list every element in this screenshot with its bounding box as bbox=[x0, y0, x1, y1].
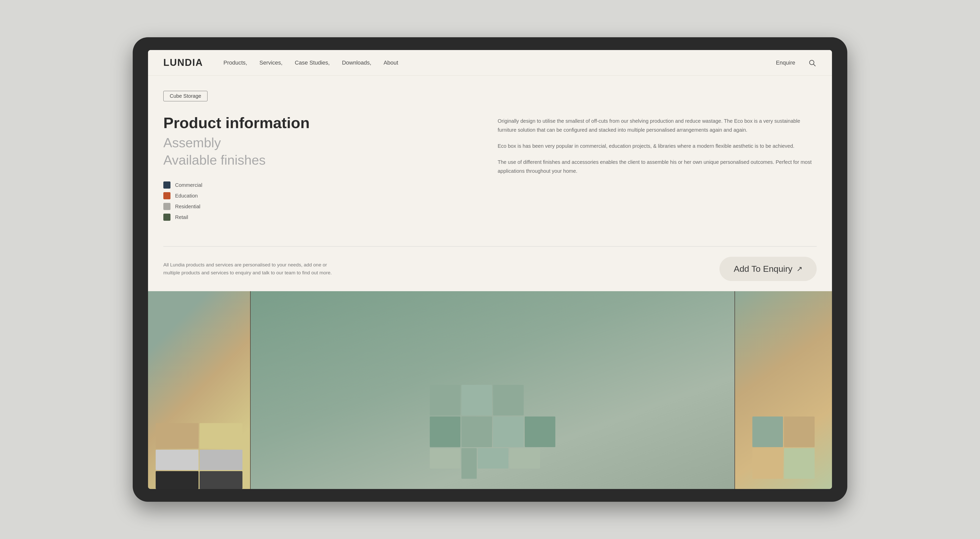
nav-link-about[interactable]: About bbox=[383, 59, 398, 66]
product-section: Cube Storage Product information Assembl… bbox=[148, 76, 832, 246]
p2-row-top bbox=[430, 385, 555, 415]
subtitle-finishes: Available finishes bbox=[163, 152, 482, 169]
navbar: LUNDIA Products, Services, Case Studies,… bbox=[148, 50, 832, 76]
nav-link-services[interactable]: Services, bbox=[259, 59, 282, 66]
product-tags: Commercial Education Residential bbox=[163, 181, 482, 221]
p2-cube-6 bbox=[493, 417, 524, 447]
product-title: Product information bbox=[163, 114, 482, 132]
arrow-icon: ↗ bbox=[797, 265, 802, 273]
product-right: Originally design to utilise the smalles… bbox=[498, 114, 817, 221]
tag-swatch-residential bbox=[163, 203, 170, 210]
product-desc-2: Eco box is has been very popular in comm… bbox=[498, 142, 817, 151]
shelf-row-3 bbox=[156, 471, 242, 489]
shelf-panel-1 bbox=[156, 331, 242, 489]
nav-links: Products, Services, Case Studies, Downlo… bbox=[224, 59, 776, 66]
monitor-wrapper: LUNDIA Products, Services, Case Studies,… bbox=[120, 27, 860, 512]
cube-3 bbox=[156, 450, 199, 470]
bottom-bar: All Lundia products and services are per… bbox=[148, 246, 832, 291]
p2-cube-1 bbox=[430, 385, 460, 415]
p2-cube-4 bbox=[430, 417, 460, 447]
p3-cube-1 bbox=[752, 417, 783, 447]
p2-cube-5 bbox=[461, 417, 492, 447]
tag-label-residential: Residential bbox=[175, 204, 200, 210]
p2-cube-small-1 bbox=[430, 448, 460, 469]
svg-line-1 bbox=[814, 64, 815, 66]
navbar-right: Enquire bbox=[776, 58, 817, 67]
bottom-bar-description: All Lundia products and services are per… bbox=[163, 261, 342, 277]
tag-label-retail: Retail bbox=[175, 215, 188, 220]
image-panel-1 bbox=[148, 291, 250, 489]
shelf-row-2 bbox=[156, 450, 242, 470]
shelf-panel-2 bbox=[430, 385, 555, 479]
screen: LUNDIA Products, Services, Case Studies,… bbox=[148, 50, 832, 489]
breadcrumb-tag[interactable]: Cube Storage bbox=[163, 91, 207, 101]
image-panel-3 bbox=[735, 291, 832, 489]
monitor-bezel: LUNDIA Products, Services, Case Studies,… bbox=[133, 37, 847, 502]
tag-swatch-commercial bbox=[163, 181, 170, 189]
tag-commercial: Commercial bbox=[163, 181, 482, 189]
p2-cube-small-2 bbox=[461, 448, 477, 479]
tag-swatch-retail bbox=[163, 214, 170, 221]
nav-link-case-studies[interactable]: Case Studies, bbox=[295, 59, 330, 66]
p3-cube-4 bbox=[784, 448, 815, 479]
product-desc-1: Originally design to utilise the smalles… bbox=[498, 117, 817, 135]
p2-cube-2 bbox=[461, 385, 492, 415]
nav-link-products[interactable]: Products, bbox=[224, 59, 247, 66]
enquire-link[interactable]: Enquire bbox=[776, 59, 795, 66]
p2-cube-small-3 bbox=[478, 448, 508, 469]
tag-label-education: Education bbox=[175, 193, 198, 199]
p3-row-2 bbox=[752, 448, 815, 479]
product-subtitle: Assembly Available finishes bbox=[163, 134, 482, 169]
cube-5 bbox=[156, 471, 199, 489]
main-content: Cube Storage Product information Assembl… bbox=[148, 76, 832, 489]
p3-row-1 bbox=[752, 417, 815, 447]
image-panel-2 bbox=[251, 291, 735, 489]
cube-2 bbox=[200, 423, 242, 448]
product-desc-3: The use of different finishes and access… bbox=[498, 158, 817, 176]
cube-4 bbox=[200, 450, 242, 470]
add-to-enquiry-button[interactable]: Add To Enquiry ↗ bbox=[719, 257, 817, 281]
search-icon[interactable] bbox=[808, 58, 817, 67]
p3-cube-3 bbox=[752, 448, 783, 479]
p2-cube-small-4 bbox=[509, 448, 540, 469]
brand-logo[interactable]: LUNDIA bbox=[163, 57, 203, 68]
p2-row-mid bbox=[430, 417, 555, 447]
nav-link-downloads[interactable]: Downloads, bbox=[342, 59, 371, 66]
tag-education: Education bbox=[163, 192, 482, 199]
shelf-row-1 bbox=[156, 423, 242, 448]
cube-6 bbox=[200, 471, 242, 489]
p2-cube-3 bbox=[493, 385, 524, 415]
cube-1 bbox=[156, 423, 199, 448]
tag-label-commercial: Commercial bbox=[175, 182, 202, 188]
p2-cube-7 bbox=[525, 417, 555, 447]
shelf-panel-3 bbox=[752, 417, 815, 479]
tag-swatch-education bbox=[163, 192, 170, 199]
tag-retail: Retail bbox=[163, 214, 482, 221]
product-info-grid: Product information Assembly Available f… bbox=[163, 114, 817, 221]
product-left: Product information Assembly Available f… bbox=[163, 114, 482, 221]
tag-residential: Residential bbox=[163, 203, 482, 210]
p2-row-bot bbox=[430, 448, 555, 479]
add-enquiry-label: Add To Enquiry bbox=[734, 264, 792, 274]
subtitle-assembly: Assembly bbox=[163, 134, 482, 152]
p3-cube-2 bbox=[784, 417, 815, 447]
image-section bbox=[148, 291, 832, 489]
